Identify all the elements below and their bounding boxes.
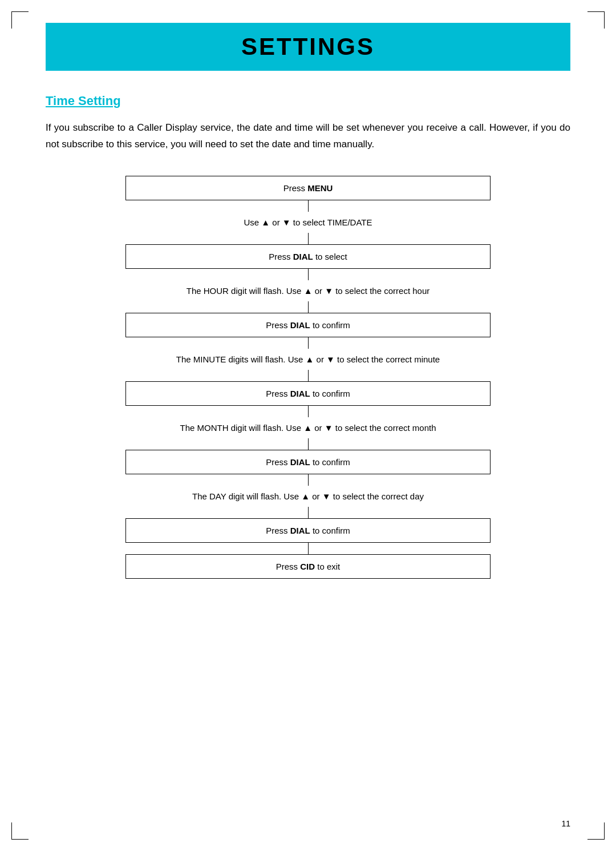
flow-step-3: Press DIAL to select [125, 244, 491, 269]
flow-step-7: Press DIAL to confirm [125, 381, 491, 406]
flow-connector-6 [308, 370, 309, 381]
flow-connector-7 [308, 406, 309, 417]
flow-step-12-bold: CID [300, 562, 315, 571]
flow-connector-5 [308, 337, 309, 349]
flow-step-2: Use ▲ or ▼ to select TIME/DATE [125, 212, 491, 233]
flow-step-9-bold: DIAL [290, 457, 310, 467]
flow-step-6: The MINUTE digits will flash. Use ▲ or ▼… [125, 349, 491, 370]
flow-step-1-bold: MENU [307, 183, 333, 193]
flow-step-1: Press MENU [125, 176, 491, 200]
flow-step-11: Press DIAL to confirm [125, 518, 491, 543]
page-container: SETTINGS Time Setting If you subscribe t… [0, 0, 616, 851]
flow-connector-10 [308, 507, 309, 518]
flow-step-8: The MONTH digit will flash. Use ▲ or ▼ t… [125, 417, 491, 438]
flow-connector-9 [308, 474, 309, 486]
title-bar: SETTINGS [46, 23, 570, 71]
corner-mark-bl [11, 822, 29, 840]
flow-step-12: Press CID to exit [125, 554, 491, 579]
flow-step-11-bold: DIAL [290, 526, 310, 535]
flow-step-9: Press DIAL to confirm [125, 450, 491, 474]
flow-step-4: The HOUR digit will flash. Use ▲ or ▼ to… [125, 280, 491, 301]
flow-connector-1 [308, 200, 309, 212]
page-title: SETTINGS [57, 33, 559, 61]
corner-mark-tl [11, 11, 29, 29]
corner-mark-br [587, 822, 605, 840]
section-heading: Time Setting [46, 94, 570, 108]
flow-connector-4 [308, 301, 309, 313]
intro-text: If you subscribe to a Caller Display ser… [46, 120, 570, 153]
flow-step-10: The DAY digit will flash. Use ▲ or ▼ to … [125, 486, 491, 507]
flow-connector-8 [308, 438, 309, 450]
flow-connector-2 [308, 233, 309, 244]
corner-mark-tr [587, 11, 605, 29]
page-number: 11 [561, 819, 570, 828]
flow-step-5-bold: DIAL [290, 320, 310, 330]
flow-connector-3 [308, 269, 309, 280]
flow-step-7-bold: DIAL [290, 389, 310, 398]
flow-step-5: Press DIAL to confirm [125, 313, 491, 337]
flow-connector-11 [308, 543, 309, 554]
flow-diagram: Press MENU Use ▲ or ▼ to select TIME/DAT… [125, 176, 491, 579]
flow-step-2-bold: TIME/DATE [327, 217, 372, 227]
flow-step-3-bold: DIAL [293, 252, 313, 261]
